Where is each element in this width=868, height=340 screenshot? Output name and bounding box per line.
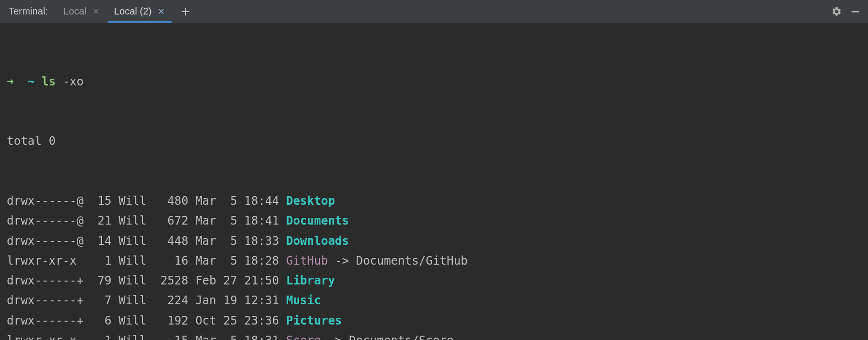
terminal-tab[interactable]: Local✕: [57, 0, 107, 23]
tab-title: Local: [63, 6, 87, 17]
close-icon[interactable]: ✕: [157, 7, 166, 16]
listing-row: lrwxr-xr-x 1 Will 15 Mar 5 18:31 Score -…: [7, 331, 861, 340]
listing-meta: drwx------+ 79 Will 2528 Feb 27 21:50: [7, 274, 286, 287]
symlink-target: -> Documents/GitHub: [328, 254, 468, 268]
terminal-tab[interactable]: Local (2)✕: [107, 0, 173, 23]
directory-name: Desktop: [286, 194, 335, 208]
command-args: -xo: [63, 75, 84, 88]
directory-name: Library: [286, 274, 335, 287]
listing-meta: lrwxr-xr-x 1 Will 16 Mar 5 18:28: [7, 254, 286, 268]
listing-meta: drwx------@ 14 Will 448 Mar 5 18:33: [7, 234, 286, 248]
prompt-line: ➜ ~ ls -xo: [7, 72, 861, 92]
listing-meta: lrwxr-xr-x 1 Will 15 Mar 5 18:31: [7, 334, 286, 340]
listing-row: drwx------+ 6 Will 192 Oct 25 23:36 Pict…: [7, 311, 861, 331]
new-tab-button[interactable]: [173, 0, 199, 23]
listing-meta: drwx------@ 15 Will 480 Mar 5 18:44: [7, 194, 286, 208]
symlink-target: -> Documents/Score: [321, 334, 454, 340]
prompt-cwd: ~: [28, 75, 34, 88]
prompt-arrow: ➜: [7, 75, 14, 88]
symlink-name: GitHub: [286, 254, 328, 268]
tabbar-title: Terminal:: [0, 0, 57, 23]
terminal-output[interactable]: ➜ ~ ls -xo total 0 drwx------@ 15 Will 4…: [0, 23, 868, 340]
listing-row: drwx------+ 7 Will 224 Jan 19 12:31 Musi…: [7, 291, 861, 311]
svg-rect-0: [852, 11, 859, 13]
tab-title: Local (2): [114, 6, 152, 17]
hide-panel-button[interactable]: [851, 7, 860, 16]
plus-icon: [181, 7, 190, 16]
close-icon[interactable]: ✕: [91, 7, 101, 16]
command-name: ls: [42, 75, 56, 88]
listing-meta: drwx------+ 6 Will 192 Oct 25 23:36: [7, 314, 286, 327]
listing-row: drwx------+ 79 Will 2528 Feb 27 21:50 Li…: [7, 271, 861, 291]
gear-icon: [831, 6, 842, 17]
listing-meta: drwx------+ 7 Will 224 Jan 19 12:31: [7, 294, 286, 307]
directory-name: Downloads: [286, 234, 349, 248]
listing-row: lrwxr-xr-x 1 Will 16 Mar 5 18:28 GitHub …: [7, 251, 861, 271]
terminal-tabbar: Terminal: Local✕Local (2)✕: [0, 0, 868, 23]
total-line: total 0: [7, 131, 861, 151]
directory-name: Documents: [286, 214, 349, 227]
listing-row: drwx------@ 21 Will 672 Mar 5 18:41 Docu…: [7, 211, 861, 231]
settings-button[interactable]: [831, 6, 842, 17]
listing-row: drwx------@ 15 Will 480 Mar 5 18:44 Desk…: [7, 191, 861, 211]
minimize-icon: [851, 7, 860, 16]
symlink-name: Score: [286, 334, 321, 340]
listing-meta: drwx------@ 21 Will 672 Mar 5 18:41: [7, 214, 286, 227]
listing-row: drwx------@ 14 Will 448 Mar 5 18:33 Down…: [7, 231, 861, 251]
directory-name: Music: [286, 294, 321, 307]
directory-name: Pictures: [286, 314, 342, 327]
